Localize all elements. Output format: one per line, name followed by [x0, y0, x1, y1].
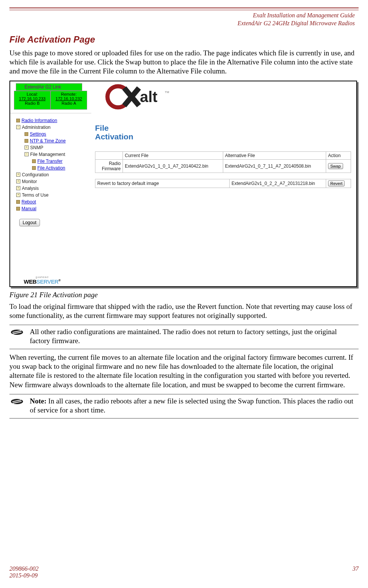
server-text: SERVER [37, 278, 58, 285]
page-title: File Activation [95, 124, 351, 141]
doc-date: 2015-09-09 [9, 572, 38, 579]
nav-settings[interactable]: Settings [30, 131, 46, 137]
col-alt-file: Alternative File [223, 151, 326, 159]
expand-icon[interactable] [16, 193, 20, 197]
collapse-icon[interactable] [25, 152, 29, 156]
nav-manual[interactable]: Manual [21, 206, 36, 211]
nav-bullet-icon [16, 119, 20, 122]
nav-analysis[interactable]: Analysis [22, 186, 39, 191]
revert-detail-paragraph: When reverting, the current file moves t… [9, 353, 359, 389]
nav-monitor[interactable]: Monitor [22, 179, 37, 184]
webserver-logo: goahead WEBSERVER® [24, 276, 60, 285]
swap-button[interactable]: Swap [328, 163, 343, 169]
expand-icon[interactable] [16, 179, 20, 183]
nav-bullet-icon [32, 159, 36, 163]
expand-icon[interactable] [16, 173, 20, 177]
logout-button[interactable]: Logout [19, 219, 40, 226]
doc-number: 209866-002 [9, 565, 38, 572]
top-rule [9, 8, 359, 10]
page-footer: 209866-002 2015-09-09 37 [9, 565, 359, 579]
alt-file-value: ExtendAirG2v1_0_7_11_A7_20140508.bin [223, 159, 326, 173]
figure-screenshot: ExtendAir G2 Link Local: 172.16.10.233 R… [9, 81, 357, 287]
nav-bullet-icon [32, 166, 36, 170]
nav-file-management[interactable]: File Management [30, 152, 65, 157]
page-title-l1: File [95, 124, 351, 132]
local-ip: 172.16.10.233 [14, 96, 50, 101]
nav-reboot[interactable]: Reboot [21, 199, 36, 205]
nav-bullet-icon [25, 132, 28, 136]
page-number: 37 [353, 565, 359, 579]
goahead-text: goahead [24, 276, 60, 278]
pencil-note-icon [9, 397, 25, 415]
nav-file-activation[interactable]: File Activation [37, 165, 65, 171]
revert-table: Revert to factory default image ExtendAi… [95, 179, 351, 188]
remote-node-box[interactable]: Remote: 172.16.10.232 Radio A [51, 91, 87, 110]
link-name-bar: ExtendAir G2 Link [16, 83, 82, 91]
local-node-box[interactable]: Local: 172.16.10.233 Radio B [14, 91, 51, 110]
note-2-body: In all cases, the radio reboots after a … [30, 397, 353, 414]
note-block-1: All other radio configurations are maint… [9, 325, 359, 349]
expand-icon[interactable] [16, 186, 20, 190]
note-1-text: All other radio configurations are maint… [30, 327, 359, 346]
nav-file-transfer[interactable]: File Transfer [37, 159, 63, 164]
nav-radio-information[interactable]: Radio Information [21, 118, 57, 123]
note-bold: Note: [30, 397, 48, 405]
nav-bullet-icon [16, 207, 20, 211]
content-area: File Activation Current File Alternative… [91, 112, 356, 286]
local-label: Local: [14, 92, 50, 96]
nav-terms[interactable]: Terms of Use [22, 192, 49, 198]
remote-label: Remote: [51, 92, 87, 96]
nav-sidebar: Radio Information Administration Setting… [10, 113, 91, 286]
note-2-text: Note: In all cases, the radio reboots af… [30, 397, 359, 415]
remote-radio: Radio A [51, 101, 87, 105]
col-current-file: Current File [123, 151, 223, 159]
header-line-2: ExtendAir G2 24GHz Digital Microwave Rad… [9, 20, 355, 27]
revert-button[interactable]: Revert [328, 180, 345, 186]
col-action: Action [326, 151, 351, 159]
remote-ip: 172.16.10.232 [51, 96, 87, 101]
figure-caption: Figure 21 File Activation page [9, 291, 359, 299]
page-title-l2: Activation [95, 132, 351, 141]
web-text: WEB [24, 278, 37, 285]
local-radio: Radio B [14, 101, 50, 105]
note-block-2: Note: In all cases, the radio reboots af… [9, 394, 359, 418]
section-heading: File Activation Page [9, 34, 359, 45]
nav-configuration[interactable]: Configuration [22, 172, 49, 177]
nav-ntp[interactable]: NTP & Time Zone [30, 138, 66, 144]
intro-paragraph: Use this page to move stored or uploaded… [9, 49, 359, 76]
revert-file-value: ExtendAirG2v1_0_2_2_A7_20131218.bin [230, 179, 326, 188]
firmware-swap-table: Current File Alternative File Action Rad… [95, 151, 351, 173]
nav-administration[interactable]: Administration [22, 125, 51, 130]
svg-text:TM: TM [165, 90, 169, 94]
doc-header: Exalt Installation and Management Guide … [9, 12, 359, 27]
expand-icon[interactable] [25, 145, 29, 150]
nav-snmp[interactable]: SNMP [30, 145, 43, 150]
pencil-note-icon [9, 327, 25, 346]
nav-bullet-icon [16, 200, 20, 204]
current-file-value: ExtendAirG2v1_1_0_1_A7_20140422.bin [123, 159, 223, 173]
collapse-icon[interactable] [16, 125, 20, 129]
row-radio-firmware: Radio Firmware [95, 159, 123, 173]
exalt-logo: alt TM [98, 81, 356, 112]
revert-paragraph: To load the original firmware that shipp… [9, 302, 359, 321]
nav-bullet-icon [25, 139, 28, 143]
svg-text:alt: alt [140, 89, 158, 105]
header-line-1: Exalt Installation and Management Guide [9, 12, 355, 20]
revert-label: Revert to factory default image [95, 179, 230, 188]
